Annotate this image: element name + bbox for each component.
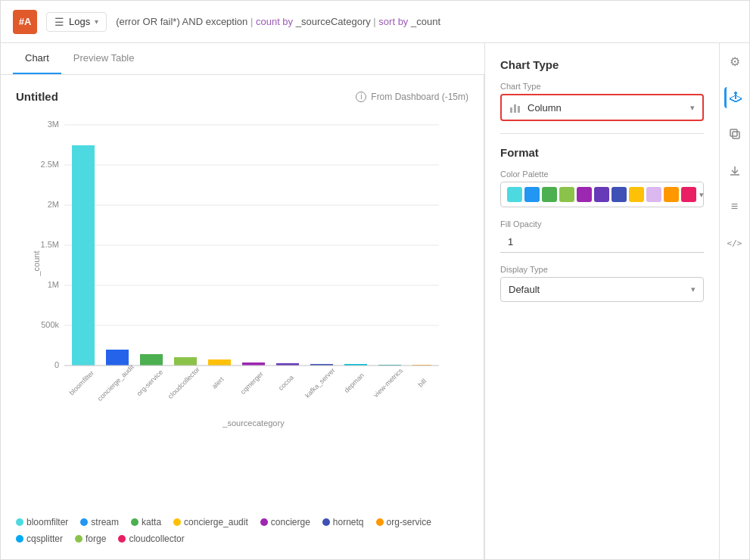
svg-text:3M: 3M (48, 120, 59, 129)
legend-dot-katta (131, 518, 138, 526)
tab-chart[interactable]: Chart (13, 43, 61, 74)
legend-dot-org-service (376, 518, 384, 526)
svg-rect-28 (510, 107, 512, 113)
query-func2: sort by (378, 16, 408, 27)
svg-text:2.5M: 2.5M (41, 160, 59, 169)
chart-type-select[interactable]: Column ▾ (500, 94, 704, 121)
swatch-9 (664, 187, 679, 202)
dashboard-info: i From Dashboard (-15m) (356, 92, 468, 102)
display-type-select[interactable]: Default ▾ (500, 277, 704, 302)
log-icon: ☰ (54, 16, 64, 28)
bar-org-service (140, 354, 163, 366)
bar-cqmerger (242, 362, 265, 366)
fill-opacity-label: Fill Opacity (500, 219, 704, 229)
swatch-8 (646, 187, 661, 202)
main-panel: Chart Preview Table Untitled i From Dash… (1, 43, 484, 559)
svg-text:1M: 1M (48, 280, 59, 289)
tabs: Chart Preview Table (1, 43, 484, 75)
svg-text:500k: 500k (41, 320, 59, 329)
query-func1: count by (256, 16, 293, 27)
color-palette-row (507, 187, 696, 202)
legend-label-cqsplitter: cqsplitter (26, 534, 63, 544)
legend-item-org-service: org-service (376, 517, 431, 527)
svg-text:1.5M: 1.5M (41, 240, 59, 249)
list-icon[interactable]: ≡ (724, 196, 745, 217)
legend-dot-cloudcollector (118, 535, 126, 543)
bar-alert (208, 359, 231, 366)
swatch-6 (612, 187, 627, 202)
settings-icon[interactable]: ⚙ (724, 51, 745, 72)
svg-text:cloudcollector: cloudcollector (166, 366, 201, 400)
chart-type-section-title: Chart Type (500, 58, 704, 71)
svg-text:_count: _count (32, 250, 41, 276)
legend-item-concierge: concierge (260, 517, 310, 527)
fill-opacity-input[interactable] (500, 232, 704, 253)
legend-dot-concierge-audit (173, 518, 181, 526)
svg-text:2M: 2M (48, 200, 59, 209)
swatch-5 (594, 187, 609, 202)
chart-svg-wrap: 3M 2.5M 2M 1.5M 1M 500k 0 _count (16, 112, 468, 508)
legend-dot-concierge (260, 518, 268, 526)
legend-item-bloomfilter: bloomfilter (16, 517, 68, 527)
legend-label-bloomfilter: bloomfilter (26, 517, 68, 527)
svg-text:bloomfilter: bloomfilter (68, 369, 95, 397)
legend-label-org-service: org-service (387, 517, 431, 527)
format-section-title: Format (500, 146, 704, 159)
chart-header: Untitled i From Dashboard (-15m) (16, 90, 468, 103)
top-bar: #A ☰ Logs ▾ (error OR fail*) AND excepti… (1, 1, 749, 43)
svg-text:0: 0 (54, 360, 59, 369)
log-dropdown-arrow: ▾ (95, 17, 98, 26)
bar-bloomfilter (72, 145, 95, 366)
swatch-0 (507, 187, 522, 202)
export-icon[interactable] (724, 160, 745, 181)
swatch-10 (681, 187, 696, 202)
legend-item-forge: forge (75, 534, 106, 544)
sidebar-icons: ⚙ 🕹 ≡ </> (719, 43, 749, 559)
query-field2-val: _count (411, 16, 440, 27)
legend-item-katta: katta (131, 517, 161, 527)
legend-label-katta: katta (142, 517, 161, 527)
chart-title: Untitled (16, 90, 58, 103)
info-icon: i (356, 92, 366, 102)
svg-rect-30 (518, 106, 520, 113)
svg-text:cocoa: cocoa (277, 374, 295, 392)
legend-label-forge: forge (86, 534, 106, 544)
color-palette-label: Color Palette (500, 170, 704, 179)
tab-preview-table[interactable]: Preview Table (61, 43, 147, 74)
dashboard-info-text: From Dashboard (-15m) (371, 92, 468, 102)
code-icon[interactable]: </> (724, 232, 745, 254)
svg-text:bill: bill (416, 377, 428, 388)
color-palette-select[interactable]: ▾ (500, 182, 704, 207)
legend-dot-stream (80, 518, 88, 526)
legend-label-cloudcollector: cloudcollector (129, 534, 184, 544)
chart-type-select-content: Column (509, 101, 562, 114)
legend-item-cqsplitter: cqsplitter (16, 534, 63, 544)
swatch-2 (542, 187, 557, 202)
chart-type-form-group: Chart Type Column ▾ (500, 82, 704, 121)
legend-item-cloudcollector: cloudcollector (118, 534, 184, 544)
svg-text:kafka_server: kafka_server (303, 366, 337, 400)
swatch-1 (524, 187, 540, 202)
svg-rect-31 (733, 132, 739, 138)
query-field1-val: _sourceCategory (296, 16, 371, 27)
log-label: Logs (69, 16, 90, 27)
svg-text:depman: depman (343, 372, 366, 394)
legend-item-concierge-audit: concierge_audit (173, 517, 248, 527)
legend-dot-forge (75, 535, 82, 543)
svg-rect-29 (514, 104, 516, 113)
content-area: Chart Preview Table Untitled i From Dash… (1, 43, 749, 559)
chart-container: Untitled i From Dashboard (-15m) 3M 2.5M… (1, 75, 484, 559)
display-type-form-group: Display Type Default ▾ (500, 265, 704, 302)
legend-item-hornetq: hornetq (322, 517, 364, 527)
column-chart-icon (509, 101, 521, 114)
legend-label-concierge-audit: concierge_audit (184, 517, 248, 527)
chart-type-form-label: Chart Type (500, 82, 704, 91)
chart-legend: bloomfilter stream katta concierge_audit (16, 508, 468, 544)
display-type-dropdown-arrow: ▾ (691, 285, 696, 294)
log-selector[interactable]: ☰ Logs ▾ (46, 12, 107, 32)
copy-icon[interactable] (724, 123, 745, 145)
svg-rect-32 (730, 129, 737, 136)
svg-text:_sourcecategory: _sourcecategory (222, 418, 285, 428)
query-bar: (error OR fail*) AND exception | count b… (116, 16, 737, 27)
monitor-icon[interactable]: 🕹 (724, 87, 745, 108)
